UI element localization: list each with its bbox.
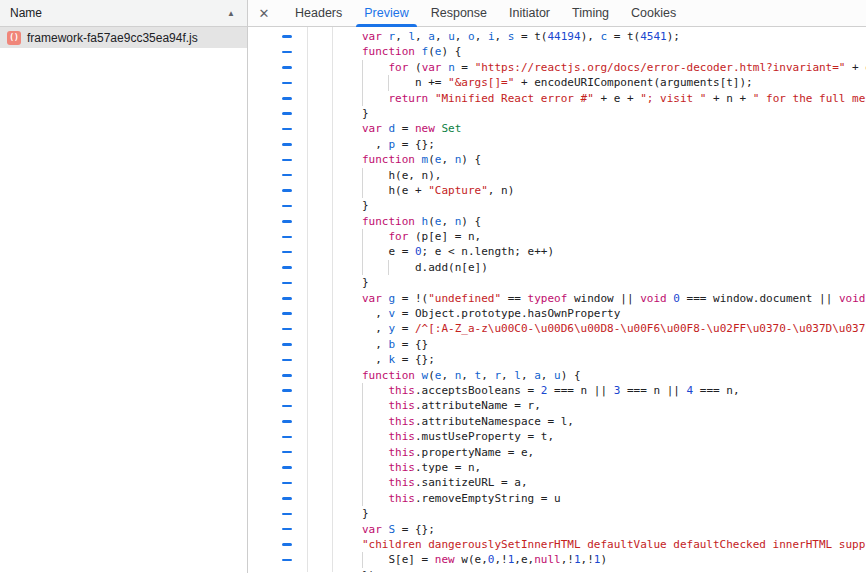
line-text: "children dangerouslySetInnerHTML defaul… xyxy=(332,537,866,552)
fold-marker-icon[interactable] xyxy=(282,220,292,223)
code-line: , p = {}; xyxy=(248,137,866,152)
indent-guide xyxy=(362,244,363,259)
fold-marker-icon[interactable] xyxy=(282,97,292,100)
line-number-cell xyxy=(307,60,332,75)
fold-gutter-divider xyxy=(307,27,308,572)
line-text: return "Minified React error #" + e + ";… xyxy=(332,91,866,106)
fold-marker-icon[interactable] xyxy=(282,128,292,131)
fold-marker-icon[interactable] xyxy=(282,174,292,177)
fold-marker-icon[interactable] xyxy=(282,359,292,362)
code-line: this.acceptsBooleans = 2 === n || 3 === … xyxy=(248,383,866,398)
indent-guide xyxy=(388,260,389,275)
fold-marker-icon[interactable] xyxy=(282,513,292,516)
close-icon: ✕ xyxy=(259,6,270,21)
fold-marker-icon[interactable] xyxy=(282,543,292,546)
fold-gutter-cell xyxy=(248,106,307,121)
script-file-icon: () xyxy=(7,31,21,45)
code-line: } xyxy=(248,106,866,121)
tab-response[interactable]: Response xyxy=(420,0,498,27)
code-line: this.attributeNamespace = l, xyxy=(248,414,866,429)
fold-marker-icon[interactable] xyxy=(282,482,292,485)
fold-gutter-cell xyxy=(248,445,307,460)
fold-marker-icon[interactable] xyxy=(282,559,292,562)
line-number-cell xyxy=(307,398,332,413)
line-text: } xyxy=(332,506,866,521)
line-number-cell xyxy=(307,229,332,244)
fold-gutter-cell xyxy=(248,506,307,521)
fold-marker-icon[interactable] xyxy=(282,51,292,54)
indent-guide xyxy=(362,168,363,183)
fold-gutter-cell xyxy=(248,214,307,229)
fold-marker-icon[interactable] xyxy=(282,266,292,269)
code-line: for (var n = "https://reactjs.org/docs/e… xyxy=(248,60,866,75)
fold-marker-icon[interactable] xyxy=(282,312,292,315)
code-line: this.removeEmptyString = u xyxy=(248,491,866,506)
line-number-cell xyxy=(307,260,332,275)
code-line: , b = {} xyxy=(248,337,866,352)
indent-guide xyxy=(362,460,363,475)
fold-marker-icon[interactable] xyxy=(282,451,292,454)
fold-marker-icon[interactable] xyxy=(282,297,292,300)
line-text: }) xyxy=(332,568,866,572)
fold-marker-icon[interactable] xyxy=(282,328,292,331)
fold-marker-icon[interactable] xyxy=(282,528,292,531)
code-line: h(e + "Capture", n) xyxy=(248,183,866,198)
line-number-cell xyxy=(307,429,332,444)
tab-headers[interactable]: Headers xyxy=(284,0,353,27)
tab-cookies[interactable]: Cookies xyxy=(620,0,687,27)
tab-bar: ✕ HeadersPreviewResponseInitiatorTimingC… xyxy=(248,0,866,27)
name-column-label: Name xyxy=(10,6,42,20)
fold-marker-icon[interactable] xyxy=(282,35,292,38)
fold-gutter-cell xyxy=(248,306,307,321)
fold-marker-icon[interactable] xyxy=(282,405,292,408)
request-details-panel: ✕ HeadersPreviewResponseInitiatorTimingC… xyxy=(247,0,866,573)
fold-gutter-cell xyxy=(248,244,307,259)
fold-marker-icon[interactable] xyxy=(282,251,292,254)
line-text: this.removeEmptyString = u xyxy=(332,491,866,506)
line-number-cell xyxy=(307,137,332,152)
request-row[interactable]: ()framework-fa57ae9cc35ea94f.js xyxy=(0,27,247,48)
line-number-cell xyxy=(307,552,332,567)
fold-marker-icon[interactable] xyxy=(282,236,292,239)
fold-gutter-cell xyxy=(248,44,307,59)
fold-marker-icon[interactable] xyxy=(282,420,292,423)
fold-marker-icon[interactable] xyxy=(282,389,292,392)
fold-gutter-cell xyxy=(248,414,307,429)
fold-gutter-cell xyxy=(248,183,307,198)
fold-marker-icon[interactable] xyxy=(282,436,292,439)
tab-preview[interactable]: Preview xyxy=(353,0,419,27)
fold-marker-icon[interactable] xyxy=(282,374,292,377)
fold-marker-icon[interactable] xyxy=(282,497,292,500)
close-details-button[interactable]: ✕ xyxy=(248,0,280,27)
tab-initiator[interactable]: Initiator xyxy=(498,0,561,27)
line-text: n += "&args[]=" + encodeURIComponent(arg… xyxy=(332,75,866,90)
line-number-cell xyxy=(307,506,332,521)
fold-gutter-cell xyxy=(248,121,307,136)
fold-marker-icon[interactable] xyxy=(282,82,292,85)
fold-marker-icon[interactable] xyxy=(282,143,292,146)
code-line: function w(e, n, t, r, l, a, u) { xyxy=(248,368,866,383)
tab-timing[interactable]: Timing xyxy=(561,0,620,27)
line-text: var g = !("undefined" == typeof window |… xyxy=(332,291,866,306)
name-column-header[interactable]: Name ▲ xyxy=(0,0,247,27)
fold-marker-icon[interactable] xyxy=(282,159,292,162)
fold-marker-icon[interactable] xyxy=(282,112,292,115)
fold-gutter-cell xyxy=(248,75,307,90)
fold-marker-icon[interactable] xyxy=(282,466,292,469)
devtools-network-panel: Name ▲ ()framework-fa57ae9cc35ea94f.js ✕… xyxy=(0,0,866,573)
fold-marker-icon[interactable] xyxy=(282,66,292,69)
code-line: this.sanitizeURL = a, xyxy=(248,475,866,490)
fold-gutter-cell xyxy=(248,460,307,475)
fold-gutter-cell xyxy=(248,383,307,398)
fold-marker-icon[interactable] xyxy=(282,282,292,285)
fold-marker-icon[interactable] xyxy=(282,205,292,208)
fold-marker-icon[interactable] xyxy=(282,343,292,346)
tab-bar-tabs: HeadersPreviewResponseInitiatorTimingCoo… xyxy=(284,0,687,27)
fold-marker-icon[interactable] xyxy=(282,189,292,192)
fold-gutter-cell xyxy=(248,275,307,290)
line-text: d.add(n[e]) xyxy=(332,260,866,275)
fold-gutter-cell xyxy=(248,168,307,183)
line-text: function f(e) { xyxy=(332,44,866,59)
fold-gutter-cell xyxy=(248,368,307,383)
line-number-cell xyxy=(307,445,332,460)
